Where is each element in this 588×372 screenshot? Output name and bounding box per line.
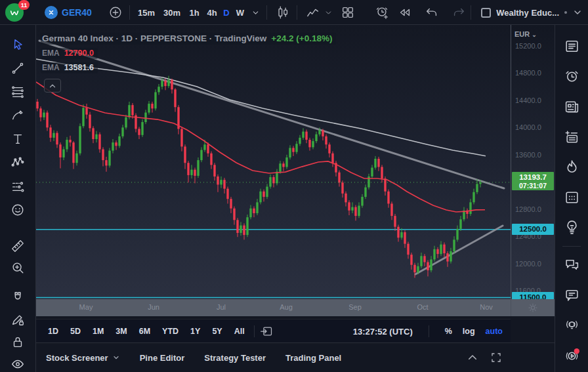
chats-icon — [564, 257, 580, 273]
fib-retracement-tool-button[interactable] — [6, 80, 30, 104]
price-tick-label: 14800.0 — [511, 69, 555, 77]
watchlist-sidebar-button[interactable] — [556, 31, 587, 61]
layout-save-checkbox-icon[interactable] — [481, 8, 491, 18]
tab-stock-screener[interactable]: Stock Screener — [46, 353, 120, 363]
price-axis[interactable]: EUR ⌄ 15200.014800.014400.014000.013600.… — [511, 25, 555, 299]
brush-icon — [10, 108, 25, 123]
level-price-badge: 12500.0 — [512, 224, 554, 235]
price-tick-label: 15200.0 — [511, 42, 555, 50]
layout-grid-button[interactable] — [338, 0, 358, 25]
legend-title: German 40 Index · 1D · PEPPERSTONE · Tra… — [42, 33, 266, 43]
bottom-panel: Stock Screener Pine Editor Strategy Test… — [36, 342, 555, 372]
streams-sidebar-button[interactable] — [556, 310, 587, 340]
magnet-tool-button[interactable] — [6, 286, 30, 308]
zoom-in-icon — [10, 260, 25, 275]
forecast-tool-button[interactable] — [6, 175, 30, 198]
legend-ema-fast-row[interactable]: EMA 12790.0 — [41, 48, 98, 59]
price-axis-currency[interactable]: EUR ⌄ — [511, 30, 555, 38]
legend-ema-slow-row[interactable]: EMA 13581.6 — [41, 62, 98, 73]
account-name: Wealthy Educ... — [496, 8, 559, 18]
lock-all-tool-button[interactable] — [6, 331, 30, 353]
tab-trading-panel[interactable]: Trading Panel — [285, 353, 341, 363]
notes-sidebar-button[interactable] — [556, 121, 587, 152]
trend-line-tool-button[interactable] — [6, 56, 30, 80]
ideas-sidebar-button[interactable] — [556, 212, 587, 242]
bar-countdown: 07:31:07 — [512, 182, 554, 190]
auto-scale-button[interactable]: auto — [486, 327, 503, 336]
interval-15m[interactable]: 15m — [135, 0, 158, 25]
redo-button[interactable] — [449, 0, 469, 25]
interval-menu-button[interactable] — [249, 0, 261, 25]
notification-badge[interactable]: 11 — [18, 0, 30, 10]
range-1Y[interactable]: 1Y — [186, 325, 204, 338]
interval-W[interactable]: W — [233, 0, 247, 25]
news-sidebar-button[interactable] — [556, 91, 587, 121]
range-YTD[interactable]: YTD — [158, 325, 182, 338]
alert-plus-button[interactable] — [372, 0, 392, 25]
hotlists-sidebar-button[interactable] — [556, 152, 587, 182]
candles-icon — [276, 5, 290, 20]
range-All[interactable]: All — [230, 325, 249, 338]
compare-add-symbol-button[interactable] — [107, 0, 124, 25]
time-tick-Sep: Sep — [348, 303, 362, 311]
range-5Y[interactable]: 5Y — [208, 325, 226, 338]
emoji-tool-button[interactable] — [6, 198, 30, 222]
symbol-logo-icon[interactable] — [45, 6, 58, 19]
interval-30m[interactable]: 30m — [160, 0, 184, 25]
xabcd-pattern-tool-button[interactable] — [6, 151, 30, 175]
range-1M[interactable]: 1M — [89, 325, 108, 338]
indicators-button[interactable] — [303, 0, 323, 25]
ruler-tool-button[interactable] — [6, 235, 30, 257]
news-icon — [564, 98, 580, 115]
brush-tool-button[interactable] — [6, 104, 30, 127]
zoom-in-tool-button[interactable] — [6, 257, 30, 278]
alerts-sidebar-button[interactable] — [556, 61, 587, 91]
range-1D[interactable]: 1D — [44, 325, 62, 338]
chevron-down-icon — [324, 9, 333, 17]
cursor-icon — [10, 37, 25, 52]
trend-line-icon — [10, 61, 25, 75]
replay-back-button[interactable] — [395, 0, 415, 25]
price-tick-label: 14000.0 — [511, 123, 555, 131]
tab-strategy-tester[interactable]: Strategy Tester — [204, 353, 266, 363]
gear-icon — [527, 302, 539, 314]
chats-sidebar-button[interactable] — [556, 249, 587, 279]
magnet-icon — [10, 290, 25, 304]
lock-all-icon — [10, 335, 25, 349]
range-5D[interactable]: 5D — [66, 325, 85, 338]
clock[interactable]: 13:27:52 (UTC) — [353, 327, 413, 337]
account-menu[interactable]: Wealthy Educ... — [481, 0, 583, 25]
interval-4h[interactable]: 4h — [204, 0, 220, 25]
symbol-search-button[interactable]: GER40 — [62, 0, 92, 25]
drawing-mode-tool-button[interactable] — [6, 308, 30, 331]
cursor-tool-button[interactable] — [6, 33, 30, 56]
hide-all-icon — [10, 357, 25, 371]
alert-plus-icon — [375, 5, 389, 20]
percent-scale-button[interactable]: % — [445, 327, 452, 336]
calendar-sidebar-button[interactable] — [556, 182, 587, 212]
fullscreen-icon[interactable] — [490, 352, 502, 363]
interval-1h[interactable]: 1h — [186, 0, 202, 25]
text-tool-button[interactable] — [6, 127, 30, 151]
undo-button[interactable] — [422, 0, 442, 25]
go-to-date-button[interactable] — [260, 325, 273, 338]
chart-settings-corner[interactable] — [511, 299, 555, 316]
live-sidebar-button[interactable] — [556, 340, 587, 370]
collapse-pane-button[interactable] — [44, 79, 61, 93]
range-6M[interactable]: 6M — [135, 325, 154, 338]
range-toolbar: 1D5D1M3M6MYTD1Y5YAll 13:27:52 (UTC) % lo… — [36, 319, 511, 342]
legend-title-row[interactable]: German 40 Index · 1D · PEPPERSTONE · Tra… — [41, 33, 336, 45]
log-scale-button[interactable]: log — [463, 327, 475, 336]
live-icon — [564, 347, 580, 363]
chart-type-button[interactable] — [273, 0, 293, 25]
hotlists-icon — [564, 159, 580, 175]
conversations-sidebar-button[interactable] — [556, 279, 587, 310]
range-3M[interactable]: 3M — [112, 325, 131, 338]
interval-D[interactable]: D — [220, 0, 232, 25]
hide-all-tool-button[interactable] — [6, 353, 30, 372]
time-axis[interactable]: MayJunJulAugSepOctNov — [36, 299, 511, 316]
tab-pine-editor[interactable]: Pine Editor — [140, 353, 185, 363]
top-toolbar: 11 GER40 Wealthy Educ... 15m30m1h4hDW — [0, 0, 588, 25]
chevron-down-button[interactable] — [323, 0, 333, 25]
expand-panel-chevron-icon[interactable] — [467, 352, 478, 363]
